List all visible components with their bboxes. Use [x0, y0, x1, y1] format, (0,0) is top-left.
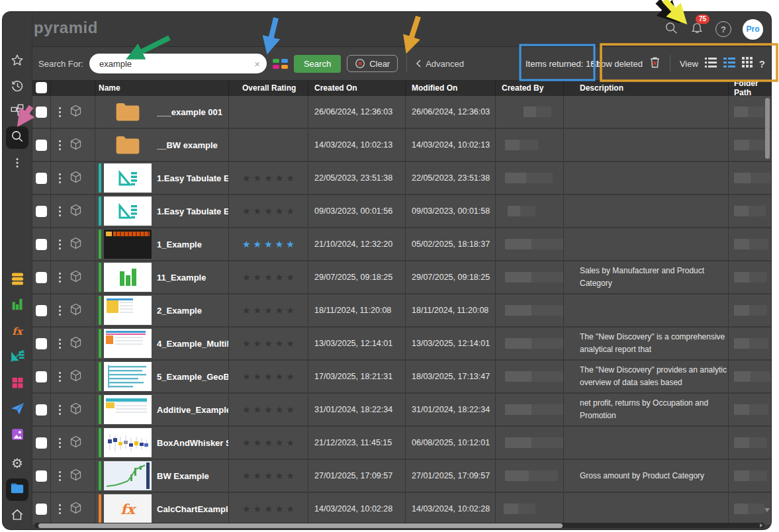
- sidebar-item-favorites[interactable]: [6, 50, 28, 73]
- horizontal-scrollbar[interactable]: [34, 523, 764, 528]
- sidebar-item-present[interactable]: [6, 373, 28, 395]
- table-row[interactable]: BW Example ★★★★★ 27/01/2025, 17:09:57 27…: [32, 460, 771, 493]
- star-icon[interactable]: ★: [264, 305, 275, 316]
- item-name[interactable]: __BW example: [157, 140, 218, 150]
- table-row[interactable]: 2_Example ★★★★★ 18/11/2024, 11:20:08 18/…: [32, 294, 771, 328]
- data-model-cube-icon[interactable]: [69, 369, 83, 385]
- row-checkbox[interactable]: [36, 470, 47, 482]
- star-icon[interactable]: ★: [275, 206, 287, 216]
- star-icon[interactable]: ★: [275, 338, 287, 349]
- row-menu-icon[interactable]: [59, 273, 61, 283]
- data-model-cube-icon[interactable]: [69, 137, 83, 154]
- rating-stars[interactable]: ★★★★★: [229, 361, 308, 392]
- data-model-cube-icon[interactable]: [69, 203, 83, 220]
- star-icon[interactable]: ★: [286, 470, 297, 481]
- star-icon[interactable]: ★: [253, 206, 265, 216]
- data-model-cube-icon[interactable]: [69, 501, 83, 517]
- row-checkbox[interactable]: [36, 404, 47, 416]
- sidebar-item-more[interactable]: [6, 153, 28, 175]
- view-grid-icon[interactable]: [742, 57, 753, 70]
- rating-stars[interactable]: ★★★★★: [229, 427, 308, 459]
- star-icon[interactable]: ★: [264, 504, 275, 514]
- rating-stars[interactable]: ★★★★★: [229, 162, 308, 194]
- table-row[interactable]: 11_Example ★★★★★ 29/07/2025, 09:18:25 29…: [32, 261, 771, 294]
- item-name[interactable]: BoxAndWhisker Sim: [157, 438, 228, 448]
- data-model-cube-icon[interactable]: [69, 468, 83, 484]
- table-row[interactable]: Additive_Example ★★★★★ 31/01/2024, 18:22…: [32, 394, 771, 427]
- star-icon[interactable]: ★: [275, 371, 287, 382]
- search-input-box[interactable]: ×: [89, 54, 267, 73]
- item-name[interactable]: 5_Example_GeoBour: [157, 372, 228, 382]
- scroll-right-arrow-icon[interactable]: [760, 523, 763, 527]
- table-row[interactable]: 4_Example_MultiHie ★★★★★ 13/03/2025, 12:…: [32, 328, 771, 361]
- row-checkbox[interactable]: [36, 371, 47, 382]
- star-icon[interactable]: ★: [253, 371, 265, 382]
- row-checkbox[interactable]: [36, 338, 47, 349]
- item-name[interactable]: CalcChartExample: [157, 504, 228, 514]
- table-row[interactable]: 1_Example ★★★★★ 21/10/2024, 12:32:20 05/…: [32, 228, 771, 261]
- row-checkbox[interactable]: [36, 140, 47, 151]
- star-icon[interactable]: ★: [286, 437, 297, 448]
- star-icon[interactable]: ★: [275, 404, 287, 415]
- row-checkbox[interactable]: [36, 504, 47, 515]
- column-header-modified[interactable]: Modified On: [406, 79, 496, 96]
- user-avatar[interactable]: Pro: [743, 19, 763, 40]
- row-menu-icon[interactable]: [59, 339, 61, 349]
- star-icon[interactable]: ★: [275, 504, 287, 514]
- star-icon[interactable]: ★: [242, 239, 253, 249]
- star-icon[interactable]: ★: [286, 173, 297, 183]
- star-icon[interactable]: ★: [242, 371, 253, 382]
- clear-button[interactable]: Clear: [347, 55, 398, 72]
- search-button[interactable]: Search: [294, 55, 341, 73]
- row-menu-icon[interactable]: [59, 471, 61, 481]
- row-menu-icon[interactable]: [59, 140, 61, 150]
- column-header-folderpath[interactable]: Folder Path: [729, 79, 771, 96]
- table-row[interactable]: ___example 001 26/06/2024, 12:36:03 26/0…: [32, 96, 771, 129]
- star-icon[interactable]: ★: [275, 470, 287, 481]
- row-checkbox[interactable]: [36, 437, 47, 449]
- star-icon[interactable]: ★: [264, 338, 275, 349]
- global-search-icon[interactable]: [664, 21, 678, 38]
- star-icon[interactable]: ★: [286, 371, 297, 382]
- row-checkbox[interactable]: [36, 305, 47, 316]
- item-name[interactable]: 1_Example: [157, 240, 202, 249]
- sidebar-item-history[interactable]: [6, 75, 28, 98]
- sidebar-item-model[interactable]: [6, 269, 28, 291]
- data-model-cube-icon[interactable]: [69, 104, 83, 120]
- row-menu-icon[interactable]: [59, 240, 61, 249]
- table-row[interactable]: __BW example 14/03/2024, 10:02:13 14/03/…: [32, 129, 771, 162]
- star-icon[interactable]: ★: [242, 504, 253, 514]
- star-icon[interactable]: ★: [253, 437, 265, 448]
- item-name[interactable]: Additive_Example: [157, 405, 228, 415]
- star-icon[interactable]: ★: [253, 239, 265, 249]
- clear-input-icon[interactable]: ×: [254, 58, 260, 69]
- table-row[interactable]: 1.Easy Tabulate Exam ★★★★★ 09/03/2023, 0…: [32, 195, 771, 228]
- row-checkbox[interactable]: [36, 272, 47, 283]
- star-icon[interactable]: ★: [253, 173, 265, 183]
- data-model-cube-icon[interactable]: [69, 236, 83, 253]
- row-checkbox[interactable]: [36, 239, 47, 250]
- data-model-cube-icon[interactable]: [69, 335, 83, 352]
- star-icon[interactable]: ★: [253, 338, 265, 349]
- table-row[interactable]: BoxAndWhisker Sim ★★★★★ 21/12/2023, 11:4…: [32, 427, 771, 460]
- rating-stars[interactable]: ★★★★★: [229, 328, 308, 359]
- row-menu-icon[interactable]: [59, 438, 61, 448]
- row-menu-icon[interactable]: [59, 107, 61, 117]
- column-header-createdby[interactable]: Created By: [496, 79, 564, 96]
- rating-stars[interactable]: ★★★★★: [229, 493, 308, 525]
- table-row[interactable]: 1.Easy Tabulate Exam ★★★★★ 22/05/2023, 2…: [32, 162, 771, 195]
- horizontal-scrollbar-handle[interactable]: [38, 523, 563, 528]
- search-input[interactable]: [98, 58, 254, 69]
- view-details-icon-selected[interactable]: [723, 58, 735, 70]
- row-checkbox[interactable]: [36, 206, 47, 217]
- column-header-created[interactable]: Created On: [308, 79, 406, 96]
- data-model-cube-icon[interactable]: [69, 269, 83, 286]
- star-icon[interactable]: ★: [253, 305, 265, 316]
- vertical-scrollbar-handle[interactable]: [765, 98, 770, 159]
- sidebar-item-discover[interactable]: [6, 294, 28, 317]
- star-icon[interactable]: ★: [286, 206, 297, 216]
- star-icon[interactable]: ★: [264, 272, 275, 283]
- row-menu-icon[interactable]: [59, 173, 61, 183]
- sidebar-item-formulate[interactable]: fx: [6, 320, 28, 343]
- star-icon[interactable]: ★: [286, 305, 297, 316]
